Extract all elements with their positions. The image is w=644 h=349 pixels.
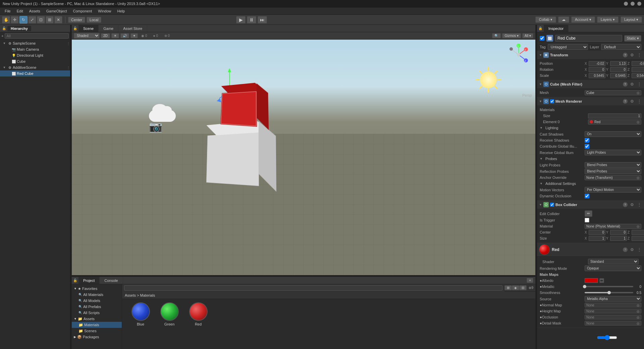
mat-size-input[interactable] <box>588 113 641 118</box>
center-x-input[interactable] <box>589 230 605 235</box>
menu-file[interactable]: File <box>2 8 13 14</box>
custom-tool[interactable]: ✕ <box>54 16 62 23</box>
asset-filter-btn[interactable]: ◈ <box>512 285 519 290</box>
transform-info[interactable]: ? <box>623 53 628 57</box>
material-menu[interactable]: ⋮ <box>637 247 642 252</box>
hierarchy-tab[interactable]: Hierarchy <box>7 26 31 31</box>
smoothness-slider[interactable] <box>585 292 633 293</box>
rot-y-input[interactable] <box>610 67 627 72</box>
mesh-renderer-info[interactable]: ? <box>623 99 628 104</box>
asset-green[interactable]: Green <box>158 302 181 346</box>
receive-gi-select[interactable]: Light Probes Lightmaps <box>585 150 641 155</box>
transform-settings[interactable]: ⚙ <box>630 53 635 57</box>
shader-select[interactable]: Standard <box>588 259 639 264</box>
mesh-renderer-menu[interactable]: ⋮ <box>637 99 642 104</box>
occlusion-target[interactable]: ◎ <box>637 315 640 319</box>
cloud-button[interactable]: ☁ <box>558 16 569 23</box>
hand-tool[interactable]: ✋ <box>2 16 10 23</box>
hierarchy-lock-icon[interactable]: 🔓 <box>2 27 6 30</box>
mat-target-icon[interactable]: ◎ <box>637 120 640 124</box>
menu-component[interactable]: Component <box>70 8 95 14</box>
mesh-renderer-header[interactable]: ▼ ⬡ Mesh Renderer ? ⚙ ⋮ <box>537 97 644 105</box>
tree-favorites[interactable]: ▼ ★ Favorites <box>72 286 122 292</box>
box-collider-menu[interactable]: ⋮ <box>637 202 642 207</box>
detail-mask-target[interactable]: ◎ <box>637 321 640 325</box>
box-collider-header[interactable]: ▼ ⬡ Box Collider ? ⚙ ⋮ <box>537 201 644 209</box>
anchor-field[interactable]: None (Transform) ◎ <box>585 175 641 180</box>
hier-additivescene[interactable]: ▼ ⚙ AdditiveScene ⋮ <box>0 64 70 70</box>
gizmos-btn[interactable]: Gizmos ▾ <box>502 33 521 38</box>
mesh-filter-settings[interactable]: ⚙ <box>630 82 635 87</box>
dynamic-occlusion-checkbox[interactable] <box>585 194 589 198</box>
tab-inspector[interactable]: Inspector <box>544 25 569 32</box>
albedo-swatch[interactable] <box>585 278 598 283</box>
hier-red-cube[interactable]: ⬜ Red Cube <box>0 70 70 77</box>
menu-assets[interactable]: Assets <box>26 8 43 14</box>
move-tool[interactable]: ✛ <box>11 16 19 23</box>
fx-toggle[interactable]: ✦ <box>130 33 138 38</box>
pause-button[interactable]: ⏸ <box>247 16 256 23</box>
hier-samplescene[interactable]: ▼ ⚙ SampleScene ⋮ <box>0 40 70 46</box>
inspector-lock-icon[interactable]: 🔒 <box>537 27 544 30</box>
col-size-x[interactable] <box>589 236 605 241</box>
tree-packages[interactable]: ▶ 📦 Packages <box>72 334 122 340</box>
step-button[interactable]: ⏭ <box>258 16 267 23</box>
mesh-filter-info[interactable]: ? <box>623 82 628 87</box>
object-name-input[interactable] <box>555 35 622 42</box>
contrib-gi-checkbox[interactable] <box>585 144 589 149</box>
tree-scenes[interactable]: 📁 Scenes <box>72 328 122 334</box>
scene-view[interactable]: 📷 <box>72 40 535 275</box>
scale-tool[interactable]: ⤢ <box>28 16 36 23</box>
box-collider-enable[interactable] <box>550 203 554 207</box>
scale-y-input[interactable] <box>610 73 627 78</box>
static-button[interactable]: Static ▾ <box>624 35 641 42</box>
probes-section-header[interactable]: ▼ Probes <box>540 156 641 162</box>
hier-cube[interactable]: ⬜ Cube <box>0 58 70 64</box>
transform-tool[interactable]: ⊞ <box>46 16 54 23</box>
edit-collider-btn[interactable]: ✏ <box>585 210 592 217</box>
layers-button[interactable]: Layers ▾ <box>597 16 619 23</box>
tree-assets[interactable]: ▼ 📁 Assets <box>72 316 122 322</box>
tab-asset-store[interactable]: Asset Store <box>118 25 147 32</box>
pos-z-input[interactable] <box>632 61 644 66</box>
center-y-input[interactable] <box>610 230 627 235</box>
height-map-field[interactable]: None ◎ <box>585 309 641 313</box>
rendering-mode-select[interactable]: Opaque Transparent Fade <box>585 265 641 271</box>
light-toggle[interactable]: ☀ <box>111 33 119 38</box>
menu-window[interactable]: Window <box>95 8 114 14</box>
tree-all-models[interactable]: 🔍 All Models <box>72 298 122 304</box>
tab-game[interactable]: Game <box>99 25 118 32</box>
height-map-target[interactable]: ◎ <box>637 309 640 313</box>
receive-shadows-checkbox[interactable] <box>585 138 589 143</box>
hier-main-camera[interactable]: 📷 Main Camera <box>0 46 70 52</box>
rect-tool[interactable]: ⊡ <box>37 16 45 23</box>
tab-scene[interactable]: Scene <box>78 25 99 32</box>
rot-z-input[interactable] <box>632 67 644 72</box>
menu-edit[interactable]: Edit <box>14 8 26 14</box>
refl-probes-select[interactable]: Blend Probes Off <box>585 168 641 174</box>
normal-map-target[interactable]: ◎ <box>637 303 640 307</box>
all-layers-btn[interactable]: All ▾ <box>522 33 533 38</box>
asset-view-btn[interactable]: ⊞ <box>504 285 512 290</box>
asset-zoom-slider[interactable]: ⊚9 <box>527 286 535 290</box>
asset-size-btn[interactable]: ⊟ <box>519 285 527 290</box>
layout-button[interactable]: Layout ▾ <box>621 16 642 23</box>
tag-select[interactable]: Untagged MainCamera <box>548 44 588 50</box>
expand-additivescene[interactable]: ▼ <box>2 66 7 69</box>
col-size-y[interactable] <box>610 236 627 241</box>
minimize-button[interactable] <box>624 2 628 6</box>
account-button[interactable]: Account ▾ <box>571 16 595 23</box>
lighting-section-header[interactable]: ▼ Lighting <box>540 125 641 131</box>
tab-console[interactable]: Console <box>100 277 123 284</box>
mesh-renderer-settings[interactable]: ⚙ <box>630 99 635 104</box>
box-collider-info[interactable]: ? <box>623 202 628 207</box>
transform-header[interactable]: ▼ ⊕ Transform ? ⚙ ⋮ <box>537 51 644 59</box>
pivot-local-button[interactable]: Local <box>87 17 101 23</box>
mat-element-field[interactable]: Red ◎ <box>588 119 641 124</box>
motion-vectors-select[interactable]: Per Object Motion Camera Motion Force No… <box>585 187 641 193</box>
add-asset-btn[interactable]: + <box>527 278 533 283</box>
col-size-z[interactable] <box>632 236 644 241</box>
source-select[interactable]: Metallic Alpha Albedo Alpha <box>585 296 641 302</box>
hierarchy-search-input[interactable] <box>5 33 69 39</box>
detail-mask-field[interactable]: None ◎ <box>585 321 641 326</box>
